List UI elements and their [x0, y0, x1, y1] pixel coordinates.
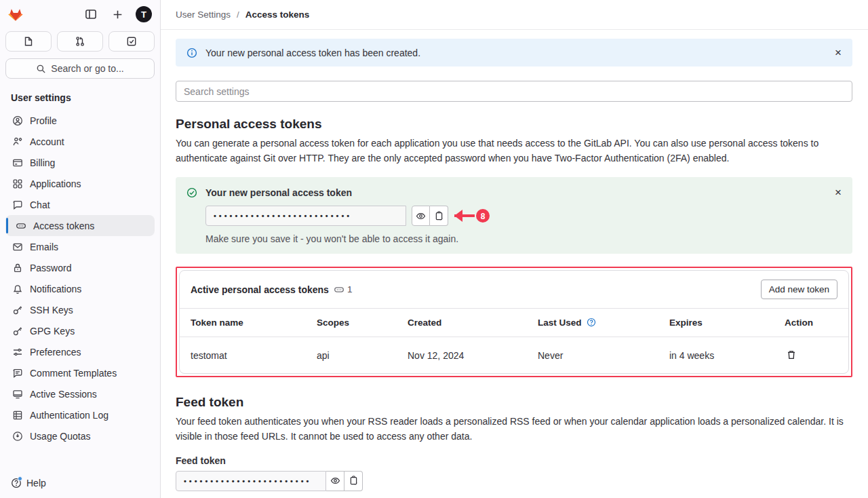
- nav-label: GPG Keys: [30, 326, 75, 337]
- annotation-arrow: 8: [453, 208, 491, 223]
- nav-label: Active Sessions: [30, 389, 97, 400]
- nav-label: Usage Quotas: [30, 431, 91, 442]
- comment-lines-icon: [12, 368, 23, 379]
- feed-token-heading: Feed token: [176, 395, 852, 410]
- app-window: T: [0, 0, 868, 498]
- reveal-token-button[interactable]: [412, 206, 430, 226]
- sidebar-section-title: User settings: [0, 79, 160, 109]
- chat-icon: [12, 199, 23, 210]
- sidebar-item-notifications[interactable]: Notifications: [5, 278, 155, 299]
- token-count: 1: [347, 284, 353, 294]
- reveal-feed-token-button[interactable]: [326, 471, 344, 491]
- breadcrumb-separator: /: [237, 9, 239, 20]
- nav-label: Preferences: [30, 347, 81, 358]
- monitor-icon: [12, 389, 23, 400]
- personal-access-tokens-heading: Personal access tokens: [176, 117, 852, 132]
- revoke-token-button[interactable]: [785, 348, 798, 362]
- help-label: Help: [26, 478, 46, 489]
- sidebar-toggle-icon[interactable]: [83, 6, 99, 22]
- bell-icon: [12, 284, 23, 294]
- sidebar-item-gpg-keys[interactable]: GPG Keys: [5, 320, 155, 341]
- copy-token-button[interactable]: [430, 206, 448, 226]
- sidebar-item-comment-templates[interactable]: Comment Templates: [5, 362, 155, 383]
- sidebar-item-authentication-log[interactable]: Authentication Log: [5, 404, 155, 425]
- breadcrumb-parent[interactable]: User Settings: [176, 9, 231, 20]
- sidebar-item-access-tokens[interactable]: Access tokens: [5, 215, 155, 236]
- sidebar-item-applications[interactable]: Applications: [5, 173, 155, 194]
- sidebar-item-billing[interactable]: Billing: [5, 152, 155, 173]
- sidebar-item-account[interactable]: Account: [5, 131, 155, 152]
- breadcrumb: User Settings / Access tokens: [161, 0, 868, 30]
- nav-label: SSH Keys: [30, 305, 73, 315]
- nav-label: Comment Templates: [30, 368, 117, 379]
- info-icon: [186, 47, 197, 58]
- lock-icon: [12, 263, 23, 273]
- tokens-table: Token name Scopes Created Last Used: [180, 308, 848, 373]
- question-circle-icon[interactable]: [587, 318, 596, 327]
- new-token-field[interactable]: [205, 206, 406, 226]
- billing-icon: [12, 157, 23, 168]
- todo-button[interactable]: [108, 31, 155, 52]
- token-icon: [16, 221, 26, 231]
- key-icon: [12, 326, 23, 337]
- nav-label: Account: [30, 136, 64, 147]
- search-icon: [36, 64, 46, 74]
- close-icon[interactable]: ×: [835, 187, 842, 198]
- nav-label: Profile: [30, 115, 57, 126]
- nav-label: Authentication Log: [30, 410, 108, 421]
- log-table-icon: [12, 410, 23, 421]
- close-icon[interactable]: ×: [835, 47, 842, 58]
- search-or-go-to[interactable]: Search or go to...: [5, 58, 155, 79]
- todo-check-icon: [126, 36, 137, 47]
- sidebar-item-preferences[interactable]: Preferences: [5, 341, 155, 362]
- col-last-used-label: Last Used: [538, 318, 582, 328]
- token-created-cell: Nov 12, 2024: [397, 337, 527, 374]
- sidebar-item-active-sessions[interactable]: Active Sessions: [5, 383, 155, 404]
- avatar[interactable]: T: [136, 6, 152, 22]
- account-icon: [12, 136, 23, 147]
- eye-icon: [416, 211, 426, 221]
- copy-feed-token-button[interactable]: [344, 471, 363, 491]
- col-last-used: Last Used: [527, 309, 658, 337]
- feed-token-description: Your feed token authenticates you when y…: [176, 415, 852, 444]
- sidebar-item-chat[interactable]: Chat: [5, 194, 155, 215]
- feed-token-label: Feed token: [176, 455, 852, 466]
- info-alert-text: Your new personal access token has been …: [205, 47, 420, 58]
- nav-label: Billing: [30, 157, 55, 168]
- col-expires: Expires: [658, 309, 774, 337]
- table-row: testomat api Nov 12, 2024 Never in 4 wee…: [180, 337, 848, 374]
- plus-icon[interactable]: [109, 6, 125, 22]
- issues-button[interactable]: [5, 31, 52, 52]
- gitlab-logo[interactable]: [7, 5, 24, 23]
- info-alert: Your new personal access token has been …: [176, 39, 852, 66]
- profile-icon: [12, 115, 23, 126]
- sidebar-shortcuts: [5, 31, 155, 52]
- token-scopes-cell: api: [306, 337, 397, 374]
- sidebar-item-usage-quotas[interactable]: Usage Quotas: [5, 425, 155, 446]
- annotation-number: 8: [481, 212, 486, 221]
- applications-icon: [12, 178, 23, 189]
- email-icon: [12, 242, 23, 252]
- col-token-name: Token name: [180, 309, 306, 337]
- sidebar-item-ssh-keys[interactable]: SSH Keys: [5, 299, 155, 320]
- sidebar-item-emails[interactable]: Emails: [5, 236, 155, 257]
- feed-token-field[interactable]: [176, 471, 326, 491]
- sidebar-header: T: [0, 0, 160, 27]
- sidebar-item-profile[interactable]: Profile: [5, 110, 155, 131]
- merge-requests-button[interactable]: [57, 31, 103, 52]
- sidebar-item-password[interactable]: Password: [5, 257, 155, 278]
- add-new-token-button[interactable]: Add new token: [761, 280, 837, 299]
- token-name-cell: testomat: [180, 337, 306, 374]
- col-scopes: Scopes: [306, 309, 397, 337]
- nav-label: Applications: [30, 178, 81, 189]
- personal-access-tokens-description: You can generate a personal access token…: [176, 136, 852, 166]
- nav-label: Chat: [30, 199, 50, 210]
- token-icon: [334, 284, 344, 295]
- token-expires-cell: in 4 weeks: [658, 337, 774, 374]
- search-settings-input[interactable]: [176, 81, 852, 102]
- active-tokens-card: Active personal access tokens: [179, 270, 849, 374]
- sidebar-nav: Profile Account: [0, 109, 160, 468]
- help-button[interactable]: Help: [0, 468, 160, 498]
- key-icon: [12, 305, 23, 315]
- nav-label: Notifications: [30, 284, 81, 294]
